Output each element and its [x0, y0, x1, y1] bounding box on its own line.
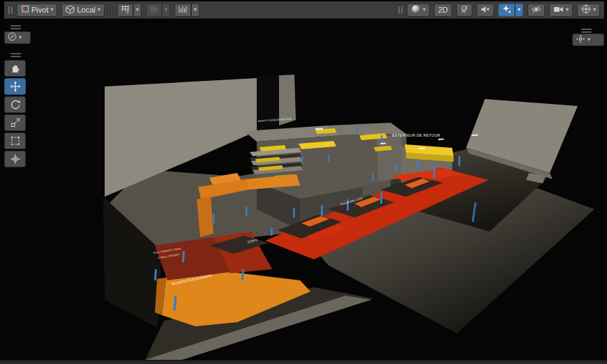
local-space-dropdown[interactable]: Local ▾: [61, 3, 104, 17]
grid-visibility-dropdown[interactable]: ▾: [133, 3, 142, 17]
chevron-down-icon: ▾: [98, 7, 100, 13]
grid-visibility-button[interactable]: Y: [117, 3, 133, 17]
tool-scale[interactable]: [4, 114, 26, 131]
snap-toggle-button[interactable]: [146, 3, 162, 17]
chevron-down-icon: ▾: [136, 7, 139, 13]
window-bottom-edge: [0, 360, 607, 364]
chevron-down-icon: ▾: [518, 7, 520, 13]
gizmos-sphere-icon: [581, 4, 591, 15]
scene-visibility-button[interactable]: [527, 3, 545, 17]
draw-mode-dropdown[interactable]: ▾: [407, 3, 430, 17]
toolbar-separator: [110, 5, 112, 15]
scale-icon: [10, 117, 21, 128]
rotate-icon: [10, 99, 21, 110]
toolbar-drag-handle[interactable]: [398, 6, 403, 14]
scene-3d-render: EXTERIEUR DE RETOUR MONTE CHARGE RETOUR …: [0, 19, 607, 361]
orientation-gizmo-dropdown[interactable]: ▾: [572, 33, 604, 46]
scene-audio-button[interactable]: [477, 3, 494, 17]
pivot-center-icon: [21, 5, 29, 15]
transform-icon: [10, 153, 21, 165]
snap-increment-icon: [178, 5, 188, 15]
compass-icon: [8, 31, 17, 44]
overlay-drag-handle[interactable]: [10, 53, 21, 57]
2d-mode-label: 2D: [438, 6, 448, 14]
scene-camera-icon: [553, 5, 564, 15]
snap-increment-dropdown[interactable]: ▾: [191, 3, 200, 17]
chevron-down-icon: ▾: [194, 7, 197, 13]
chevron-down-icon: ▾: [50, 7, 53, 13]
pivot-label: Pivot: [31, 6, 48, 14]
chevron-down-icon: ▾: [165, 7, 167, 13]
toolbar-drag-handle[interactable]: [8, 6, 13, 14]
toolbar-right-cluster: ▾ 2D ▾: [398, 3, 600, 17]
scene-audio-muted-icon: [480, 5, 490, 15]
local-space-cube-icon: [66, 5, 75, 15]
unity-scene-view: { "toolbar": { "pivot_label": "Pivot", "…: [0, 0, 607, 364]
tool-move[interactable]: [4, 78, 26, 95]
svg-text:Y: Y: [126, 9, 129, 14]
scene-effects-dropdown[interactable]: ▾: [515, 3, 523, 17]
pivot-mode-dropdown[interactable]: Pivot ▾: [17, 3, 57, 17]
scene-camera-dropdown[interactable]: ▾: [549, 3, 573, 17]
overlay-drag-handle[interactable]: [581, 29, 592, 33]
scene-lighting-off-icon: [460, 5, 469, 15]
toggle-2d-button[interactable]: 2D: [434, 3, 452, 17]
gizmos-dropdown[interactable]: ▾: [577, 3, 600, 17]
chevron-down-icon: ▾: [566, 7, 569, 13]
scene-effects-icon: [502, 4, 511, 15]
tool-view-pan[interactable]: [4, 60, 26, 77]
tool-transform[interactable]: [4, 151, 26, 167]
scene-view-toolbar: Pivot ▾ Local ▾ Y ▾ ▾: [4, 1, 604, 19]
local-label: Local: [77, 6, 95, 14]
tool-rotate[interactable]: [4, 96, 26, 113]
move-icon: [10, 81, 21, 92]
scene-lighting-button[interactable]: [456, 3, 472, 17]
overlay-drag-handle[interactable]: [10, 25, 21, 29]
scene-visibility-icon: [531, 5, 541, 15]
scene-effects-button[interactable]: [498, 3, 515, 17]
chevron-down-icon: ▾: [423, 7, 426, 13]
tool-rect[interactable]: [4, 132, 26, 149]
view-options-dropdown[interactable]: ▾: [4, 31, 31, 44]
snap-increment-button[interactable]: [174, 3, 191, 17]
chevron-down-icon: ▾: [587, 37, 590, 43]
snap-toggle-dropdown[interactable]: ▾: [162, 3, 170, 17]
move-axes-icon: [576, 33, 585, 46]
scene-viewport[interactable]: EXTERIEUR DE RETOUR MONTE CHARGE RETOUR …: [0, 19, 607, 361]
scene-label: EXTERIEUR DE RETOUR: [392, 133, 440, 137]
hand-icon: [13, 66, 20, 73]
tools-overlay: [4, 60, 26, 167]
chevron-down-icon: ▾: [593, 7, 596, 13]
grid-visibility-icon: Y: [121, 5, 130, 15]
chevron-down-icon: ▾: [19, 35, 22, 40]
shaded-sphere-icon: [411, 4, 421, 15]
rect-icon: [10, 135, 21, 146]
snap-toggle-icon: [149, 5, 158, 15]
